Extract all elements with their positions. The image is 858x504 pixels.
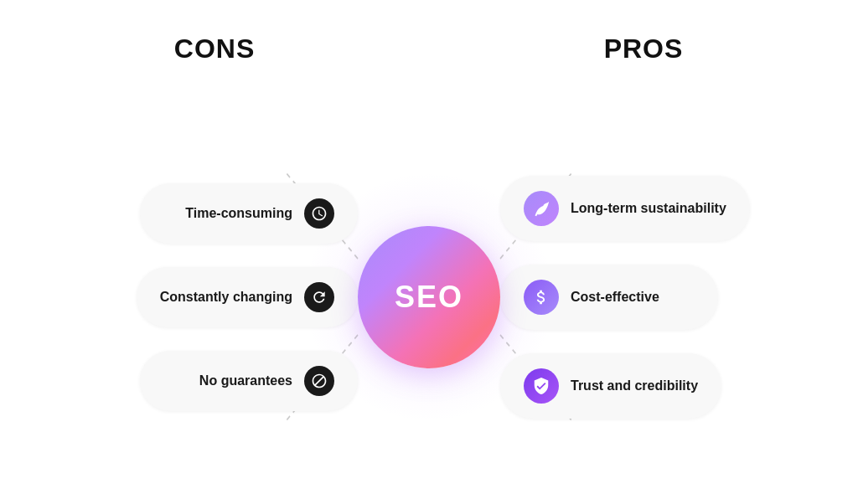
pros-item-cost-effective: Cost-effective	[500, 265, 718, 330]
pros-column: Long-term sustainability Cost-effective	[500, 176, 785, 419]
pros-cost-effective-label: Cost-effective	[571, 290, 659, 305]
no-icon	[304, 366, 334, 396]
pros-header: PROS	[468, 33, 819, 64]
page-container: CONS PROS Time-consuming	[0, 0, 858, 504]
pros-trust-label: Trust and credibility	[571, 378, 698, 393]
cons-item-constantly-changing: Constantly changing	[137, 267, 358, 327]
seo-center-circle: SEO	[358, 226, 500, 368]
cons-column: Time-consuming Constantly changing	[73, 183, 358, 411]
cons-constantly-changing-label: Constantly changing	[160, 290, 292, 305]
cons-header: CONS	[39, 33, 390, 64]
cons-item-no-guarantees: No guarantees	[140, 351, 358, 411]
cons-item-time-consuming: Time-consuming	[140, 183, 358, 244]
cons-no-guarantees-label: No guarantees	[199, 373, 292, 388]
clock-icon	[304, 198, 334, 229]
shield-icon	[524, 368, 559, 404]
pros-item-long-term: Long-term sustainability	[500, 176, 750, 241]
refresh-icon	[304, 282, 334, 312]
pros-long-term-label: Long-term sustainability	[571, 201, 726, 216]
seo-label: SEO	[395, 280, 463, 315]
cons-time-consuming-label: Time-consuming	[185, 206, 292, 221]
leaf-icon	[524, 191, 559, 226]
main-area: Time-consuming Constantly changing	[0, 90, 858, 504]
headers-row: CONS PROS	[0, 0, 858, 90]
money-icon	[524, 280, 559, 315]
pros-item-trust: Trust and credibility	[500, 353, 721, 419]
